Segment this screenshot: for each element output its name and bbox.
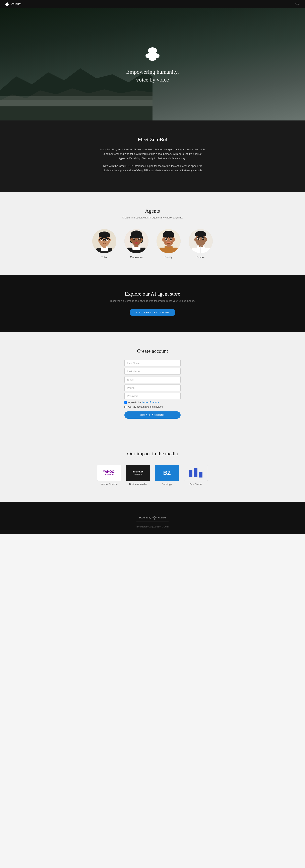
- agent-store-heading: Explore our AI agent store: [4, 291, 301, 297]
- media-name-bi: Business Insider: [129, 483, 147, 486]
- nav-brand-text: ZeroBot: [11, 2, 21, 6]
- media-section: Our impact in the media YAHOO! FINANCE Y…: [0, 435, 305, 502]
- svg-point-56: [162, 238, 164, 241]
- svg-point-72: [205, 238, 207, 241]
- yahoo-text: YAHOO!: [103, 470, 115, 473]
- media-name-beststocks: Best Stocks: [190, 483, 202, 486]
- meet-para1: Meet ZeroBot, the Internet's #1 voice-en…: [100, 147, 205, 161]
- agent-card-doctor[interactable]: Doctor: [189, 229, 213, 259]
- svg-point-46: [133, 238, 135, 240]
- svg-point-8: [148, 48, 157, 54]
- media-name-benzinga: Benzinga: [162, 483, 172, 486]
- agent-avatar-tutor: [92, 229, 116, 253]
- account-form: Agree to the terms of service Get the la…: [125, 360, 180, 418]
- svg-rect-79: [194, 468, 198, 477]
- terms-link[interactable]: terms of service: [142, 401, 159, 404]
- visit-store-button[interactable]: VISIT THE AGENT STORE: [130, 309, 176, 316]
- agents-heading: Agents: [4, 208, 301, 214]
- agent-name-tutor: Tutor: [101, 256, 107, 259]
- svg-point-62: [168, 241, 169, 241]
- news-checkbox[interactable]: [125, 406, 127, 408]
- first-name-input[interactable]: [125, 360, 180, 366]
- agent-store-subtitle: Discover a diverse range of AI agents ta…: [4, 299, 301, 302]
- media-card-benzinga: BZ Benzinga: [155, 465, 179, 486]
- media-card-bi: BUSINESS INSIDER Business Insider: [126, 465, 150, 486]
- svg-point-48: [136, 241, 137, 242]
- meet-section: Meet ZeroBot Meet ZeroBot, the Internet'…: [0, 121, 305, 192]
- svg-point-43: [141, 238, 143, 241]
- svg-rect-55: [163, 234, 174, 237]
- svg-point-83: [154, 517, 156, 519]
- svg-point-57: [173, 238, 175, 241]
- media-card-beststocks: Best Stocks: [184, 465, 208, 486]
- svg-point-77: [200, 241, 201, 241]
- navbar: ZeroBot Chat: [0, 0, 305, 8]
- svg-point-11: [149, 56, 156, 61]
- bz-text: BZ: [163, 470, 171, 476]
- svg-point-19: [98, 239, 100, 242]
- agent-avatar-doctor: [189, 229, 213, 253]
- yahoo-sub-text: FINANCE: [105, 473, 113, 476]
- agent-card-tutor[interactable]: Tutor: [92, 229, 116, 259]
- openai-icon: [152, 516, 157, 520]
- create-account-button[interactable]: CREATE ACCOUNT: [125, 411, 180, 418]
- bi-sub-text: INSIDER: [132, 473, 143, 475]
- svg-point-61: [170, 238, 172, 240]
- best-stocks-logo: [184, 465, 208, 481]
- terms-checkbox[interactable]: [125, 401, 127, 404]
- svg-rect-7: [0, 100, 152, 106]
- agent-card-buddy[interactable]: Buddy: [157, 229, 180, 259]
- hero-title: Empowering humanity, voice by voice: [126, 68, 179, 84]
- password-input[interactable]: [125, 393, 180, 399]
- svg-rect-70: [195, 234, 206, 236]
- nav-brand: ZeroBot: [5, 2, 21, 6]
- agent-avatar-buddy: [157, 229, 180, 253]
- bi-title-text: BUSINESS: [132, 471, 143, 473]
- svg-point-30: [104, 241, 105, 242]
- agents-section: Agents Create and speak with AI agents a…: [0, 192, 305, 275]
- svg-point-29: [107, 239, 108, 240]
- svg-rect-78: [189, 470, 193, 477]
- powered-by-label: Powered by: [139, 517, 151, 519]
- footer-powered: Powered by OpenAI: [136, 514, 169, 522]
- agent-name-counselor: Counselor: [130, 256, 143, 259]
- meet-heading: Meet ZeroBot: [4, 136, 301, 143]
- news-label: Get the latest news and updates: [128, 405, 163, 408]
- agents-grid: Tutor: [82, 229, 223, 259]
- svg-rect-18: [99, 235, 110, 237]
- media-name-yahoo: Yahoo! Finance: [101, 483, 117, 486]
- footer: Powered by OpenAI info@zerobot.ai | Zero…: [0, 502, 305, 534]
- agent-name-buddy: Buddy: [165, 256, 173, 259]
- benzinga-logo: BZ: [155, 465, 179, 481]
- agent-store-section: Explore our AI agent store Discover a di…: [0, 275, 305, 332]
- hero-content: Empowering humanity, voice by voice: [126, 45, 179, 84]
- terms-label: Agree to the terms of service: [128, 401, 159, 404]
- create-account-section: Create account Agree to the terms of ser…: [0, 332, 305, 435]
- media-card-yahoo: YAHOO! FINANCE Yahoo! Finance: [97, 465, 121, 486]
- agents-subtitle: Create and speak with AI agents anywhere…: [4, 216, 301, 219]
- svg-point-75: [198, 238, 199, 240]
- svg-point-42: [130, 238, 132, 241]
- svg-rect-80: [199, 472, 202, 477]
- footer-info: info@zerobot.ai | ZeroBot © 2024: [4, 525, 301, 528]
- phone-input[interactable]: [125, 384, 180, 391]
- svg-point-28: [101, 239, 102, 240]
- agent-card-counselor[interactable]: Counselor: [125, 229, 148, 259]
- email-input[interactable]: [125, 376, 180, 383]
- media-heading: Our impact in the media: [4, 451, 301, 457]
- agent-name-doctor: Doctor: [197, 256, 205, 259]
- media-grid: YAHOO! FINANCE Yahoo! Finance BUSINESS I…: [82, 465, 223, 486]
- last-name-input[interactable]: [125, 368, 180, 375]
- terms-checkbox-row: Agree to the terms of service: [125, 401, 180, 404]
- agent-avatar-counselor: [125, 229, 148, 253]
- create-account-heading: Create account: [4, 348, 301, 354]
- nav-chat-link[interactable]: Chat: [295, 3, 300, 6]
- hero-section: Empowering humanity, voice by voice: [0, 8, 305, 121]
- openai-label: OpenAI: [158, 517, 166, 519]
- svg-point-47: [138, 238, 140, 240]
- svg-point-3: [6, 5, 8, 6]
- svg-point-20: [109, 239, 111, 242]
- yahoo-finance-logo: YAHOO! FINANCE: [97, 465, 121, 481]
- svg-point-76: [202, 238, 204, 240]
- svg-rect-81: [199, 477, 202, 478]
